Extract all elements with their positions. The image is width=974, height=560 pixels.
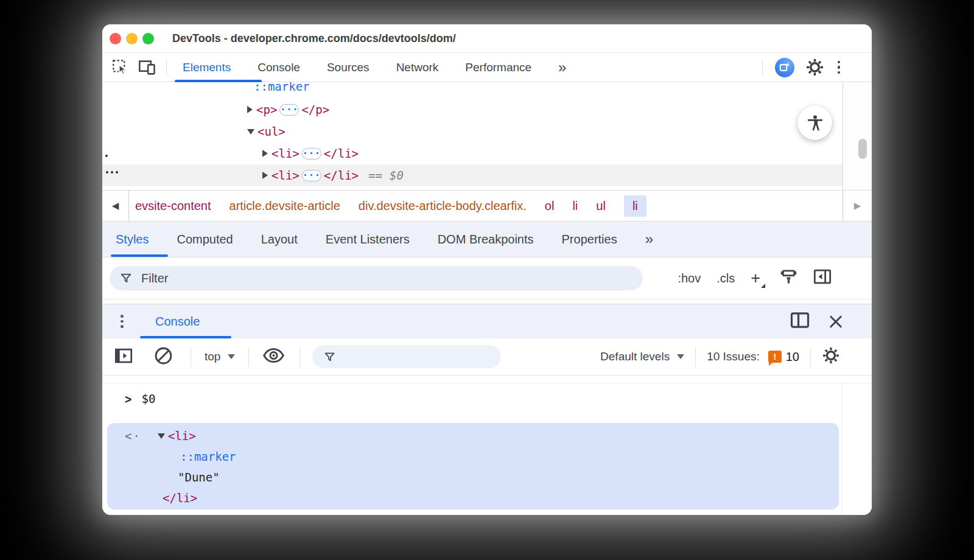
split-panel-button[interactable] (790, 312, 810, 331)
tag-open: <p> (256, 103, 277, 116)
zoom-window-button[interactable] (142, 33, 154, 44)
close-window-button[interactable] (110, 33, 121, 44)
console-toolbar-divider (695, 347, 696, 366)
breadcrumb-back-button[interactable]: ◀ (102, 191, 129, 221)
tag-close: </li> (163, 491, 197, 505)
elements-scrollbar-track[interactable] (843, 82, 872, 190)
breadcrumb: evsite-content article.devsite-article d… (135, 195, 646, 217)
console-scrollbar-track[interactable] (842, 383, 843, 515)
console-filter-field[interactable] (312, 345, 501, 368)
issues-label[interactable]: 10 Issues: (707, 350, 760, 363)
new-style-rule-button[interactable]: + (751, 270, 764, 287)
elements-scrollbar-thumb[interactable] (858, 139, 867, 159)
console-settings-button[interactable] (823, 348, 839, 366)
tab-sources[interactable]: Sources (327, 61, 370, 74)
console-drawer-tab[interactable]: Console (155, 315, 200, 329)
result-line-close: </li> (107, 488, 839, 508)
tab-properties[interactable]: Properties (562, 233, 617, 247)
collapsed-children-button[interactable]: ··· (302, 170, 321, 181)
console-header-controls (790, 312, 844, 331)
pseudo-state-button[interactable]: :hov (678, 271, 701, 285)
inspect-element-button[interactable] (112, 59, 128, 75)
tab-elements[interactable]: Elements (183, 61, 231, 74)
styles-filter-field[interactable] (110, 266, 643, 290)
console-toolbar-divider (810, 347, 811, 366)
clear-console-button[interactable] (153, 346, 173, 368)
class-toggle-button[interactable]: .cls (716, 271, 735, 285)
tab-computed[interactable]: Computed (177, 233, 233, 247)
collapsed-children-button[interactable]: ··· (279, 104, 299, 116)
collapsed-children-button[interactable]: ··· (302, 148, 321, 159)
more-tabs-button[interactable]: » (558, 59, 565, 76)
settings-button[interactable] (807, 59, 823, 75)
breadcrumb-forward-button[interactable]: ▶ (843, 191, 872, 221)
pseudo-element-label: ::marker (180, 450, 236, 463)
minimize-window-button[interactable] (126, 33, 138, 44)
eye-icon (262, 346, 285, 365)
expand-arrow-icon[interactable] (262, 150, 268, 157)
dom-row-li-2-selected[interactable]: <li> ··· </li> == $0 (102, 164, 843, 186)
close-drawer-button[interactable] (828, 313, 844, 329)
console-toolbar-divider (300, 347, 300, 366)
styles-filter-controls: :hov .cls + (678, 257, 832, 299)
crumb-li-selected[interactable]: li (624, 195, 646, 217)
collapse-arrow-icon[interactable] (247, 129, 254, 135)
window-title: DevTools - developer.chrome.com/docs/dev… (172, 32, 456, 45)
console-toolbar-divider (191, 347, 191, 366)
crumb-article[interactable]: article.devsite-article (229, 199, 340, 213)
collapse-arrow-icon[interactable] (158, 433, 165, 439)
crumb-article-body[interactable]: div.devsite-article-body.clearfix. (359, 199, 527, 213)
issues-count: 10 (786, 350, 799, 364)
expand-arrow-icon[interactable] (247, 106, 253, 113)
crumb-li[interactable]: li (572, 199, 578, 213)
clear-console-icon (153, 346, 173, 366)
more-style-tabs-button[interactable]: » (645, 231, 652, 248)
styles-filter-input[interactable] (141, 271, 586, 285)
log-levels-selector[interactable]: Default levels (600, 350, 670, 363)
tab-console[interactable]: Console (258, 61, 300, 74)
javascript-context-selector[interactable]: top (205, 350, 220, 363)
tab-styles[interactable]: Styles (116, 233, 149, 247)
more-options-button[interactable] (838, 61, 841, 74)
show-console-sidebar-button[interactable] (114, 348, 133, 366)
rendering-emulations-button[interactable] (780, 268, 797, 289)
expand-arrow-icon[interactable] (262, 172, 268, 179)
tag-close: </li> (324, 147, 359, 160)
tag-open: <ul> (258, 125, 286, 138)
console-filter-input[interactable] (343, 351, 483, 363)
tag-open: <li> (272, 169, 300, 182)
plus-icon: + (751, 269, 760, 287)
dom-row-p[interactable]: <p> ··· </p> (102, 99, 843, 121)
console-more-options-button[interactable] (121, 315, 124, 328)
dom-row-ul[interactable]: <ul> (102, 121, 843, 142)
devtools-toolbar: Elements Console Sources Network Perform… (102, 53, 872, 82)
issues-badge-icon[interactable]: ! (768, 351, 782, 363)
selected-styles-tab-underline (111, 254, 168, 257)
dom-row-li-1[interactable]: <li> ··· </li> (102, 142, 843, 164)
ai-assistant-icon (779, 62, 790, 73)
tab-event-listeners[interactable]: Event Listeners (326, 233, 410, 247)
result-line-open[interactable]: <· <li> (107, 425, 839, 446)
console-messages: > $0 <· <li> ::marker "Dune" </li> (102, 383, 872, 515)
gear-icon (807, 59, 823, 75)
ai-assistant-button[interactable] (775, 58, 794, 77)
crumb-devsite-content[interactable]: evsite-content (135, 199, 211, 213)
console-result-highlighted[interactable]: <· <li> ::marker "Dune" </li> (107, 423, 839, 509)
pseudo-element-label: ::marker (254, 82, 310, 93)
crumb-ul[interactable]: ul (596, 199, 606, 213)
device-toolbar-button[interactable] (138, 60, 156, 75)
crumb-ol[interactable]: ol (545, 199, 555, 213)
tab-dom-breakpoints[interactable]: DOM Breakpoints (438, 233, 534, 247)
tab-layout[interactable]: Layout (261, 233, 298, 247)
tab-network[interactable]: Network (396, 61, 439, 74)
toggle-sidebar-button[interactable] (813, 268, 832, 288)
traffic-lights (110, 33, 154, 44)
chevron-down-icon (677, 354, 684, 359)
forward-arrow-icon: ▶ (854, 200, 861, 211)
dom-row-marker-clipped[interactable]: ::marker (102, 82, 843, 97)
dollar-zero-label: $0 (390, 169, 404, 182)
accessibility-floating-button[interactable] (797, 105, 832, 140)
create-live-expression-button[interactable] (262, 346, 285, 367)
tab-performance[interactable]: Performance (465, 61, 531, 74)
drawer-gap (102, 299, 872, 304)
